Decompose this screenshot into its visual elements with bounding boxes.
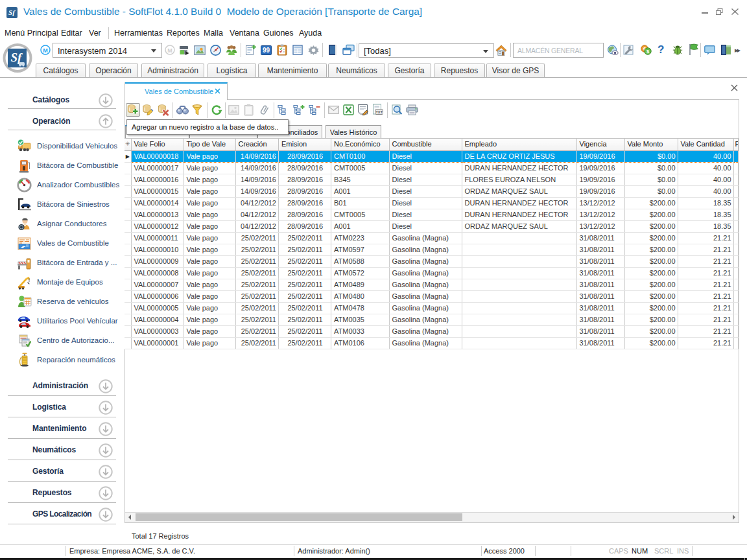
svg-text:Sf: Sf	[11, 51, 23, 64]
svg-text:M: M	[43, 47, 48, 54]
svg-text:99: 99	[263, 47, 270, 54]
svg-text:TXT: TXT	[376, 110, 383, 114]
svg-text:M: M	[167, 47, 172, 54]
svg-text:Sf: Sf	[8, 8, 16, 16]
